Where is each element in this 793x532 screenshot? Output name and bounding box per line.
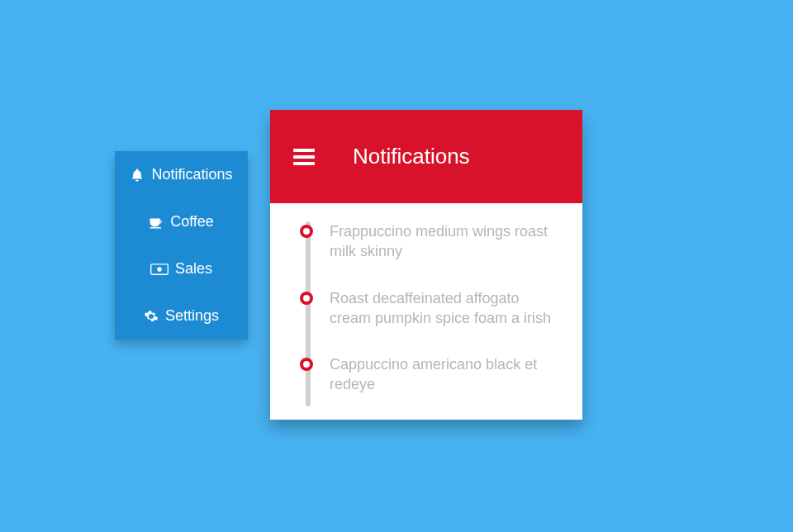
sidebar-menu: Notifications Coffee Sales Settings: [115, 151, 248, 340]
sidebar-item-coffee[interactable]: Coffee: [115, 198, 248, 245]
sidebar-item-label: Settings: [165, 307, 219, 325]
timeline-line: [306, 221, 311, 406]
bell-icon: [130, 168, 145, 183]
svg-point-1: [157, 267, 162, 272]
notification-text: Roast decaffeinated affogato cream pumpk…: [330, 290, 551, 326]
gears-icon: [144, 309, 159, 324]
hamburger-icon[interactable]: [293, 149, 315, 165]
sidebar-item-notifications[interactable]: Notifications: [115, 151, 248, 198]
sidebar-item-label: Coffee: [170, 213, 214, 230]
sidebar-item-label: Notifications: [151, 166, 232, 183]
notification-item[interactable]: Cappuccino americano black et redeye: [318, 354, 561, 395]
money-icon: [150, 264, 169, 275]
sidebar-item-sales[interactable]: Sales: [115, 245, 248, 292]
timeline-dot-icon: [300, 225, 313, 238]
notification-list: Frappuccino medium wings roast milk skin…: [318, 221, 561, 395]
sidebar-item-settings[interactable]: Settings: [115, 292, 248, 340]
panel-header: Notifications: [270, 110, 582, 203]
notifications-panel: Notifications Frappuccino medium wings r…: [270, 110, 582, 420]
coffee-icon: [149, 215, 164, 230]
notification-text: Frappuccino medium wings roast milk skin…: [330, 223, 548, 259]
timeline-dot-icon: [300, 358, 313, 371]
notification-item[interactable]: Roast decaffeinated affogato cream pumpk…: [318, 288, 561, 329]
panel-body: Frappuccino medium wings roast milk skin…: [270, 203, 582, 420]
panel-title: Notifications: [353, 144, 470, 169]
timeline-dot-icon: [300, 292, 313, 305]
notification-item[interactable]: Frappuccino medium wings roast milk skin…: [318, 221, 561, 262]
notification-text: Cappuccino americano black et redeye: [330, 356, 537, 392]
sidebar-item-label: Sales: [175, 260, 212, 278]
